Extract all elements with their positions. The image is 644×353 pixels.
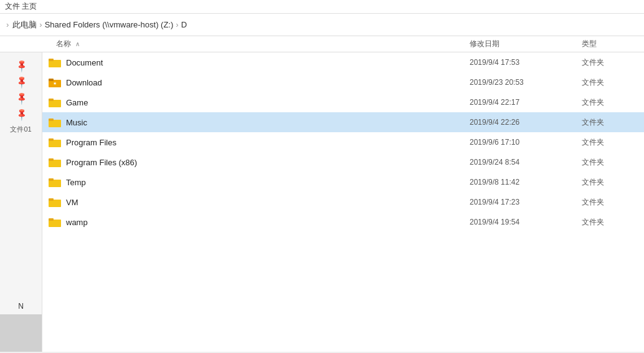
folder-icon — [49, 97, 61, 107]
file-date: 2019/9/8 11:42 — [470, 178, 582, 186]
breadcrumb-d[interactable]: D — [181, 20, 187, 29]
file-name: VM — [66, 198, 470, 207]
folder-icon — [49, 117, 61, 127]
svg-rect-12 — [49, 158, 54, 161]
title-bar: 文件 主页 — [0, 0, 644, 14]
file-type: 文件夹 — [582, 137, 644, 148]
svg-rect-1 — [49, 59, 54, 61]
file-name: Document — [66, 58, 470, 67]
sidebar: 📌 📌 📌 📌 文件01 N — [0, 52, 42, 352]
folder-icon — [49, 197, 61, 207]
breadcrumb-sep-1: › — [39, 20, 42, 29]
svg-rect-14 — [49, 178, 54, 181]
file-name: wamp — [66, 218, 470, 227]
file-type: 文件夹 — [582, 57, 644, 68]
svg-rect-8 — [49, 118, 54, 121]
folder-icon — [49, 177, 61, 187]
file-row[interactable]: Music2019/9/4 22:26文件夹 — [42, 112, 644, 132]
file-type: 文件夹 — [582, 217, 644, 228]
breadcrumb-pc[interactable]: 此电脑 — [12, 19, 37, 31]
breadcrumb-shared[interactable]: Shared Folders (\\vmware-host) (Z:) — [45, 20, 174, 29]
file-row[interactable]: Temp2019/9/8 11:42文件夹 — [42, 172, 644, 192]
title-text: 文件 主页 — [5, 1, 37, 12]
folder-icon — [49, 57, 61, 67]
svg-rect-18 — [49, 218, 54, 221]
sidebar-label: 文件01 — [0, 122, 42, 137]
file-row[interactable]: ★ Download2019/9/23 20:53文件夹 — [42, 72, 644, 92]
file-type: 文件夹 — [582, 197, 644, 208]
file-name: Download — [66, 78, 470, 87]
folder-icon: ★ — [49, 77, 61, 87]
file-type: 文件夹 — [582, 77, 644, 88]
col-header-date[interactable]: 修改日期 — [470, 39, 582, 49]
col-header-name[interactable]: 名称 ∧ — [56, 39, 470, 49]
column-headers: 名称 ∧ 修改日期 类型 — [0, 36, 644, 52]
svg-rect-10 — [49, 138, 54, 141]
sidebar-bottom — [0, 314, 42, 352]
file-name: Temp — [66, 178, 470, 187]
file-date: 2019/9/23 20:53 — [470, 78, 582, 87]
file-row[interactable]: Program Files (x86)2019/9/24 8:54文件夹 — [42, 152, 644, 172]
svg-rect-16 — [49, 198, 54, 201]
breadcrumb-sep-start: › — [6, 20, 9, 29]
file-name: Music — [66, 118, 470, 127]
file-list[interactable]: Document2019/9/4 17:53文件夹 ★ Download2019… — [42, 52, 644, 352]
sort-arrow: ∧ — [75, 41, 80, 47]
file-type: 文件夹 — [582, 177, 644, 188]
file-row[interactable]: Program Files2019/9/6 17:10文件夹 — [42, 132, 644, 152]
file-type: 文件夹 — [582, 97, 644, 108]
breadcrumb-sep-2: › — [176, 20, 178, 29]
folder-icon — [49, 157, 61, 167]
file-row[interactable]: VM2019/9/4 17:23文件夹 — [42, 192, 644, 212]
svg-rect-6 — [49, 99, 54, 101]
file-name: Program Files — [66, 138, 470, 147]
file-date: 2019/9/4 22:17 — [470, 98, 582, 107]
breadcrumb-bar[interactable]: › 此电脑 › Shared Folders (\\vmware-host) (… — [0, 14, 644, 36]
file-row[interactable]: Game2019/9/4 22:17文件夹 — [42, 92, 644, 112]
sidebar-nav-n: N — [0, 298, 42, 314]
file-type: 文件夹 — [582, 117, 644, 128]
col-header-type[interactable]: 类型 — [582, 39, 644, 49]
file-row[interactable]: wamp2019/9/4 19:54文件夹 — [42, 212, 644, 232]
main-layout: 📌 📌 📌 📌 文件01 N Document2019/9/4 17:53文件夹… — [0, 52, 644, 352]
file-date: 2019/9/4 17:53 — [470, 58, 582, 67]
file-name: Program Files (x86) — [66, 158, 470, 167]
file-row[interactable]: Document2019/9/4 17:53文件夹 — [42, 52, 644, 72]
file-date: 2019/9/4 17:23 — [470, 198, 582, 206]
folder-icon — [49, 217, 61, 227]
file-date: 2019/9/6 17:10 — [470, 138, 582, 147]
svg-text:★: ★ — [53, 81, 57, 85]
file-type: 文件夹 — [582, 157, 644, 168]
file-date: 2019/9/24 8:54 — [470, 158, 582, 167]
folder-icon — [49, 137, 61, 147]
file-date: 2019/9/4 19:54 — [470, 218, 582, 226]
file-name: Game — [66, 98, 470, 107]
file-date: 2019/9/4 22:26 — [470, 118, 582, 127]
